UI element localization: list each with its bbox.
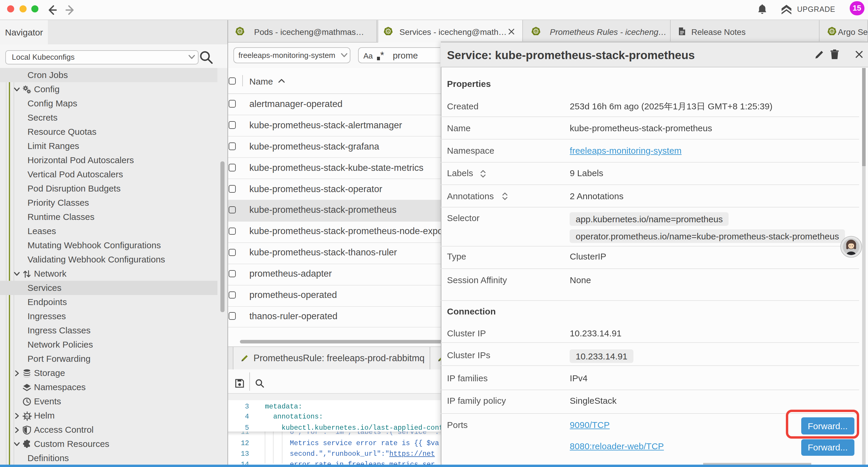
svg-text:HELM: HELM bbox=[24, 415, 31, 418]
